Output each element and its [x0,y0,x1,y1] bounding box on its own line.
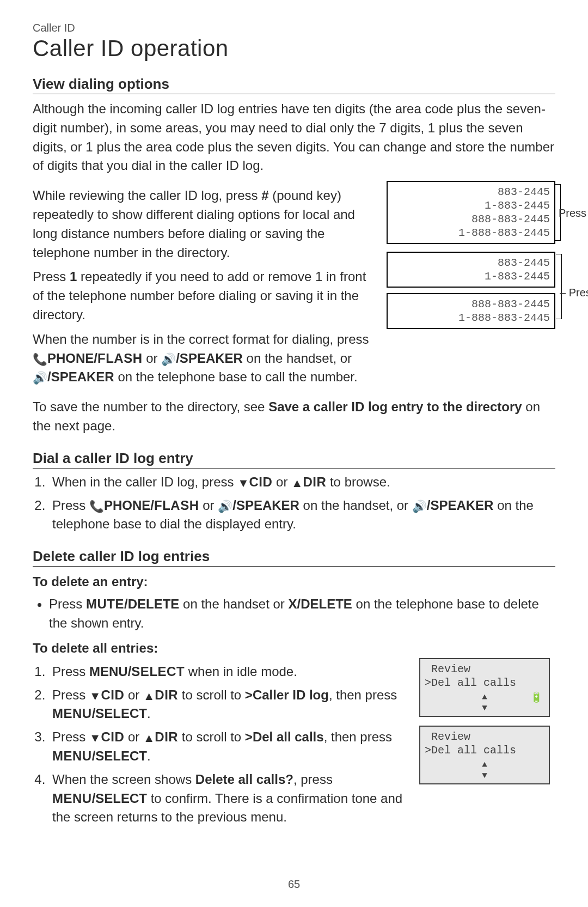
list-item: When in the caller ID log, press ▼CID or… [49,473,555,492]
list-item: Press MENU/SELECT when in idle mode. [49,662,408,681]
list-item: When the screen shows Delete all calls?,… [49,770,408,827]
section-dial-entry: Dial a caller ID log entry [33,450,555,468]
paragraph: While reviewing the caller ID log, press… [33,186,377,262]
paragraph: When the number is in the correct format… [33,330,377,387]
phone-icon: 📞 [33,352,47,366]
lcd-display-one-bottom: 888-883-2445 1-888-883-2445 [387,293,555,329]
press-pound-label: Press # [554,206,588,220]
section-delete-entries: Delete caller ID log entries [33,548,555,567]
phone-screen-del-all-1: Review >Del all calls ▲▼ 🔋 [419,658,550,717]
lcd-display-pound: 883-2445 1-883-2445 888-883-2445 1-888-8… [387,181,555,244]
speaker-icon: 🔊 [412,500,427,513]
down-triangle-icon: ▼ [237,476,249,490]
page-title: Caller ID operation [33,35,555,62]
speaker-icon: 🔊 [33,371,47,385]
paragraph: To save the number to the directory, see… [33,398,555,436]
up-triangle-icon: ▲ [291,476,303,490]
list-item: Press ▼CID or ▲DIR to scroll to >Del all… [49,728,408,766]
down-triangle-icon: ▼ [89,731,101,745]
list-item: Press 📞PHONE/FLASH or 🔊/SPEAKER on the h… [49,496,555,534]
sub-delete-entry: To delete an entry: [33,574,555,589]
press-one-label: – Press 1 [555,287,588,299]
dial-steps: When in the caller ID log, press ▼CID or… [33,473,555,534]
delete-entry-list: Press MUTE/DELETE on the handset or X/DE… [33,595,555,633]
battery-icon: 🔋 [530,692,542,704]
paragraph: Press 1 repeatedly if you need to add or… [33,267,377,324]
delete-all-steps: Press MENU/SELECT when in idle mode. Pre… [33,662,408,827]
list-item: Press ▼CID or ▲DIR to scroll to >Caller … [49,686,408,724]
paragraph: Although the incoming caller ID log entr… [33,100,555,175]
speaker-icon: 🔊 [218,500,232,513]
section-view-dialing-options: View dialing options [33,76,555,94]
phone-screen-del-all-2: Review >Del all calls ▲▼ [419,726,550,784]
up-triangle-icon: ▲ [143,689,155,703]
sub-delete-all: To delete all entries: [33,641,555,656]
speaker-icon: 🔊 [161,352,176,366]
down-triangle-icon: ▼ [89,689,101,703]
up-triangle-icon: ▲ [143,731,155,745]
breadcrumb: Caller ID [33,22,555,34]
lcd-display-one-top: 883-2445 1-883-2445 [387,252,555,288]
list-item: Press MUTE/DELETE on the handset or X/DE… [49,595,555,633]
phone-icon: 📞 [89,500,104,513]
up-down-icon: ▲▼ [482,759,487,781]
up-down-icon: ▲▼ [482,692,487,714]
page-number: 65 [0,878,588,891]
